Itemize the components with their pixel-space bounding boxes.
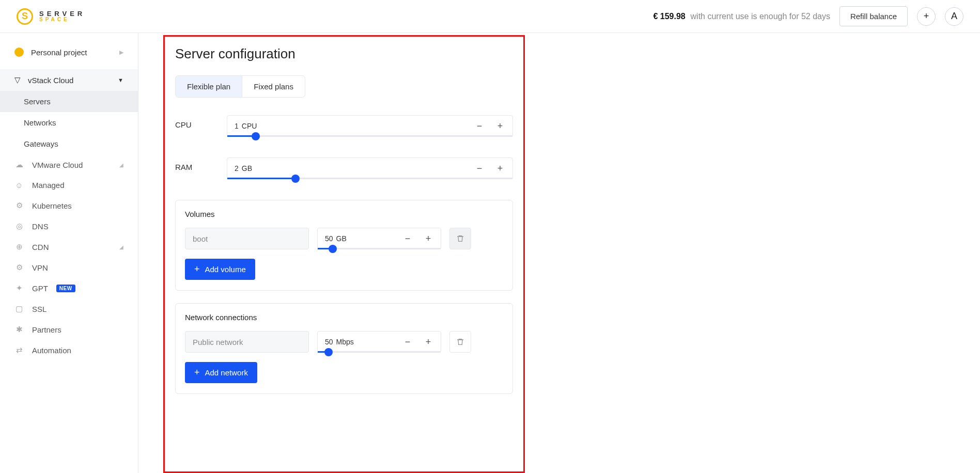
balance-info: € 159.98 with current use is enough for … [653,12,830,21]
plus-icon: + [194,367,200,378]
sidebar-section-vstack[interactable]: ▽ vStack Cloud ▼ [0,69,138,91]
sidebar-item-automation[interactable]: ⇄ Automation [0,340,138,360]
network-increment-button[interactable]: + [423,337,433,347]
volume-decrement-button[interactable]: − [402,233,413,244]
sidebar-item-gateways[interactable]: Gateways [0,133,138,154]
tab-fixed-plans[interactable]: Fixed plans [242,76,305,97]
volume-value: 50 GB [325,234,347,243]
volume-row: 50 GB − + [185,228,503,249]
ram-stepper: − + [474,163,505,174]
user-icon: ☺ [14,181,24,190]
plus-icon: + [924,11,929,22]
sidebar-item-vpn[interactable]: ⚙ VPN [0,257,138,278]
network-bandwidth-slider[interactable]: 50 Mbps − + [317,331,441,353]
section-label: vStack Cloud [28,76,73,85]
volume-name-input[interactable] [185,228,309,249]
highlighted-region: Server configuration Flexible plan Fixed… [163,35,525,473]
trash-icon [456,338,464,346]
automation-icon: ⇄ [14,345,24,355]
dns-icon: ◎ [14,222,24,231]
gpt-icon: ✦ [14,283,24,293]
network-delete-button[interactable] [449,331,471,353]
ram-decrement-button[interactable]: − [474,163,485,174]
ram-increment-button[interactable]: + [495,163,505,174]
logo-text-bottom: SPACE [39,17,85,22]
gear-icon: ⚙ [14,201,24,210]
ram-value-number: 2 [235,164,239,172]
tab-flexible-plan[interactable]: Flexible plan [176,76,242,97]
network-panel: Network connections 50 Mbps − + [175,303,513,394]
network-title: Network connections [185,313,503,322]
ram-slider[interactable]: 2 GB − + [227,157,513,179]
refill-balance-button[interactable]: Refill balance [839,6,908,26]
cpu-thumb[interactable] [252,132,260,140]
new-badge: NEW [56,285,75,292]
ram-value-unit: GB [242,164,252,172]
volume-track[interactable] [318,248,441,249]
network-value-unit: Mbps [336,338,354,346]
sidebar-item-partners[interactable]: ✱ Partners [0,319,138,340]
project-name: Personal project [31,48,87,57]
sidebar-item-managed[interactable]: ☺ Managed [0,175,138,195]
volume-increment-button[interactable]: + [423,233,433,244]
nav-label: Partners [32,325,61,334]
cpu-value-number: 1 [235,122,239,130]
nav-label: VPN [32,263,48,272]
cpu-row: CPU 1 CPU − + [175,115,513,137]
sidebar-item-ssl[interactable]: ▢ SSL [0,298,138,319]
cloud-icon: ☁ [14,160,24,169]
volume-delete-button [449,228,471,249]
sidebar-item-networks[interactable]: Networks [0,112,138,133]
ram-label: RAM [175,157,227,171]
chevron-down-icon: ▼ [118,77,123,83]
balance-note: with current use is enough for 52 days [691,12,830,21]
header: S SERVER SPACE € 159.98 with current use… [0,0,980,33]
add-volume-label: Add volume [205,265,246,274]
ram-thumb[interactable] [291,175,300,183]
network-decrement-button[interactable]: − [402,337,413,347]
add-network-button[interactable]: + Add network [185,362,257,383]
caret-icon: ◢ [119,244,123,250]
add-network-label: Add network [205,368,248,377]
add-button[interactable]: + [917,7,936,26]
volume-stepper: − + [402,233,433,244]
network-name-input[interactable] [185,331,309,353]
globe-icon: ⊕ [14,242,24,251]
cpu-label: CPU [175,115,227,129]
ram-track[interactable] [227,178,512,179]
volume-thumb[interactable] [329,245,337,253]
project-selector[interactable]: Personal project ▶ [0,48,138,69]
chevron-right-icon: ▶ [119,49,123,56]
cpu-track[interactable] [227,135,512,137]
cpu-value: 1 CPU [235,122,257,130]
balance-amount: € 159.98 [653,12,685,21]
volume-value-unit: GB [336,234,347,243]
network-value-number: 50 [325,338,333,346]
cpu-slider[interactable]: 1 CPU − + [227,115,513,137]
partners-icon: ✱ [14,325,24,334]
sidebar-item-dns[interactable]: ◎ DNS [0,216,138,236]
avatar[interactable]: A [945,7,963,26]
sidebar-item-cdn[interactable]: ⊕ CDN ◢ [0,236,138,257]
caret-icon: ◢ [119,162,123,168]
volumes-title: Volumes [185,210,503,218]
network-stepper: − + [402,337,433,347]
sidebar-item-gpt[interactable]: ✦ GPT NEW [0,278,138,298]
add-volume-button[interactable]: + Add volume [185,259,255,280]
logo[interactable]: S SERVER SPACE [17,8,85,25]
volumes-panel: Volumes 50 GB − + [175,200,513,291]
header-right: € 159.98 with current use is enough for … [653,6,963,26]
volume-size-slider[interactable]: 50 GB − + [317,228,441,249]
cpu-stepper: − + [474,121,505,131]
sidebar-item-kubernetes[interactable]: ⚙ Kubernetes [0,195,138,216]
trash-icon [456,234,464,243]
sidebar-item-vmware[interactable]: ☁ VMware Cloud ◢ [0,154,138,175]
network-track[interactable] [318,351,441,353]
sidebar-item-servers[interactable]: Servers [0,91,138,112]
network-thumb[interactable] [324,348,333,356]
network-value: 50 Mbps [325,338,354,346]
nav-label: CDN [32,243,49,251]
logo-text: SERVER SPACE [39,10,85,22]
cpu-decrement-button[interactable]: − [474,121,485,131]
cpu-increment-button[interactable]: + [495,121,505,131]
